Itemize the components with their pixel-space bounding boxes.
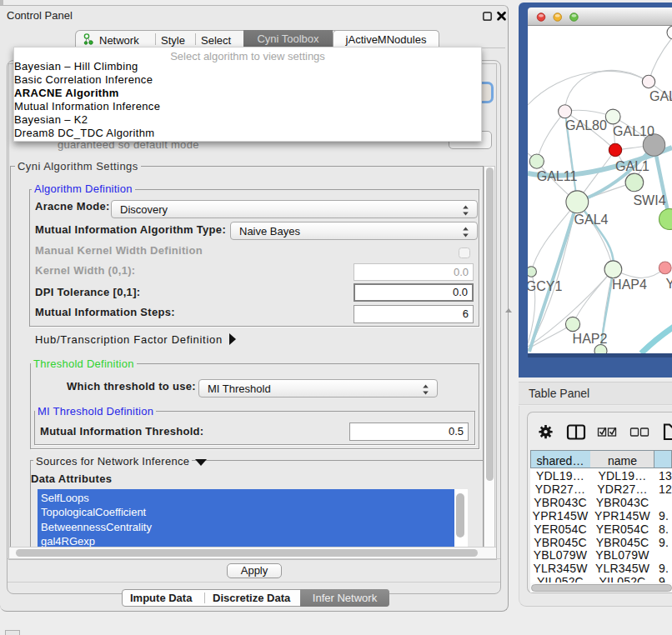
svg-text:GAL7: GAL7 bbox=[649, 89, 672, 103]
svg-text:GAL11: GAL11 bbox=[537, 169, 578, 183]
svg-text:HAP4: HAP4 bbox=[612, 278, 647, 292]
svg-text:SWI4: SWI4 bbox=[633, 193, 665, 208]
svg-text:GAL1: GAL1 bbox=[615, 159, 649, 173]
svg-text:YM: YM bbox=[666, 277, 672, 291]
svg-text:GAL4: GAL4 bbox=[574, 212, 609, 227]
svg-text:HAP2: HAP2 bbox=[573, 332, 608, 346]
svg-text:GAL10: GAL10 bbox=[613, 124, 654, 138]
svg-text:GCY1: GCY1 bbox=[528, 279, 562, 293]
svg-text:GAL80: GAL80 bbox=[565, 118, 607, 132]
